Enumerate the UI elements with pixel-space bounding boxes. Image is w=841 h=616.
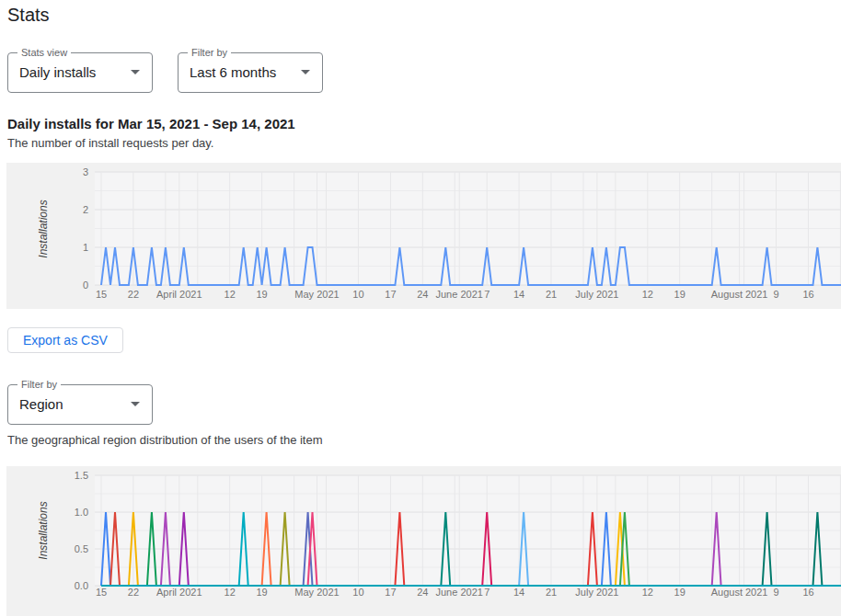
svg-text:1.5: 1.5	[75, 470, 88, 481]
svg-text:16: 16	[802, 587, 813, 598]
svg-text:7: 7	[484, 587, 490, 598]
svg-text:August 2021: August 2021	[711, 289, 768, 300]
svg-text:19: 19	[674, 289, 685, 300]
svg-text:1.0: 1.0	[75, 507, 88, 518]
svg-text:15: 15	[96, 587, 107, 598]
svg-text:May 2021: May 2021	[294, 587, 339, 598]
daily-installs-chart: Installations 01231522April 20211219May …	[6, 163, 841, 309]
svg-text:April 2021: April 2021	[156, 587, 202, 598]
svg-text:19: 19	[674, 587, 685, 598]
svg-text:0.5: 0.5	[75, 543, 88, 554]
export-csv-button[interactable]: Export as CSV	[7, 327, 123, 353]
svg-text:3: 3	[83, 166, 88, 177]
stats-view-select-value: Daily installs	[19, 64, 96, 80]
svg-text:2: 2	[83, 204, 88, 215]
region-description: The geographical region distribution of …	[7, 433, 323, 447]
chevron-down-icon	[301, 70, 310, 74]
svg-text:14: 14	[513, 587, 524, 598]
svg-text:June 2021: June 2021	[436, 289, 483, 300]
svg-text:August 2021: August 2021	[711, 587, 768, 598]
svg-text:April 2021: April 2021	[156, 289, 202, 300]
svg-text:22: 22	[128, 587, 139, 598]
stats-view-select-label: Stats view	[17, 47, 71, 58]
daily-installs-description: The number of install requests per day.	[7, 136, 214, 150]
svg-text:0.0: 0.0	[75, 580, 88, 591]
chevron-down-icon	[131, 70, 140, 74]
filter-by-region-select[interactable]: Filter by Region	[7, 384, 153, 425]
region-installs-line-chart: 0.00.51.01.51522April 20211219May 202110…	[6, 466, 841, 616]
svg-text:19: 19	[256, 587, 267, 598]
svg-text:July 2021: July 2021	[575, 289, 618, 300]
svg-text:19: 19	[256, 289, 267, 300]
svg-text:12: 12	[642, 289, 653, 300]
svg-text:24: 24	[417, 289, 428, 300]
stats-page: Stats Stats view Daily installs Filter b…	[0, 0, 841, 616]
filter-by-range-value: Last 6 months	[190, 64, 276, 80]
filter-by-region-value: Region	[19, 396, 63, 412]
svg-text:15: 15	[96, 289, 107, 300]
svg-text:24: 24	[417, 587, 428, 598]
svg-text:9: 9	[773, 587, 778, 598]
filter-by-range-select[interactable]: Filter by Last 6 months	[178, 52, 323, 93]
svg-text:1: 1	[83, 242, 88, 253]
svg-text:7: 7	[484, 289, 490, 300]
svg-text:12: 12	[225, 289, 236, 300]
svg-text:14: 14	[513, 289, 524, 300]
svg-text:0: 0	[83, 279, 88, 291]
svg-text:17: 17	[385, 289, 396, 300]
svg-text:21: 21	[546, 587, 557, 598]
region-installs-chart: Installations 0.00.51.01.51522April 2021…	[6, 466, 841, 616]
stats-view-select[interactable]: Stats view Daily installs	[7, 52, 153, 93]
svg-text:12: 12	[225, 587, 236, 598]
svg-text:June 2021: June 2021	[436, 587, 483, 598]
svg-text:17: 17	[385, 587, 396, 598]
svg-text:16: 16	[802, 289, 813, 300]
svg-text:9: 9	[773, 289, 778, 300]
page-title: Stats	[7, 5, 50, 26]
svg-text:July 2021: July 2021	[575, 587, 618, 598]
svg-text:10: 10	[352, 587, 363, 598]
svg-text:10: 10	[352, 289, 363, 300]
svg-text:May 2021: May 2021	[294, 289, 339, 300]
chevron-down-icon	[131, 402, 140, 406]
filter-by-range-label: Filter by	[188, 47, 231, 58]
filter-by-region-label: Filter by	[17, 379, 61, 390]
svg-text:12: 12	[642, 587, 653, 598]
daily-installs-heading: Daily installs for Mar 15, 2021 - Sep 14…	[7, 116, 295, 131]
svg-text:22: 22	[128, 289, 139, 300]
svg-text:21: 21	[546, 289, 557, 300]
daily-installs-line-chart: 01231522April 20211219May 2021101724June…	[6, 163, 841, 309]
